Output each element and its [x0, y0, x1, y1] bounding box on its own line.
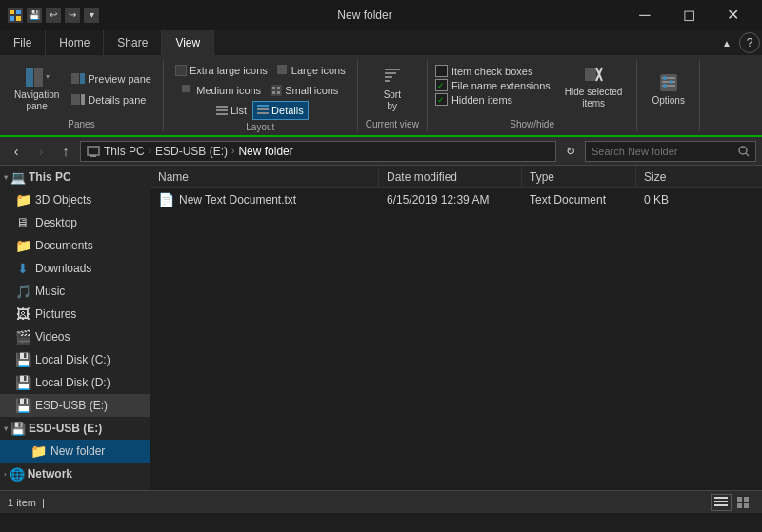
redo-quick-icon[interactable]: ↪	[65, 8, 80, 23]
sidebar-item-desktop[interactable]: 🖥 Desktop	[0, 211, 150, 234]
svg-point-37	[670, 80, 673, 84]
preview-pane-icon	[71, 73, 85, 85]
svg-rect-1	[16, 10, 21, 14]
svg-rect-2	[10, 16, 14, 21]
svg-rect-12	[277, 65, 287, 74]
help-button[interactable]: ?	[739, 32, 760, 53]
locald-icon: 💾	[15, 375, 30, 390]
sidebar-item-videos[interactable]: 🎬 Videos	[0, 325, 150, 348]
col-type[interactable]: Type	[522, 166, 636, 187]
sidebar-section-thispc[interactable]: ▾ 💻 This PC	[0, 166, 150, 188]
col-date[interactable]: Date modified	[379, 166, 522, 187]
address-path[interactable]: This PC › ESD-USB (E:) › New folder	[80, 141, 556, 162]
show-hide-items: Item check boxes ✓ File name extensions …	[435, 61, 630, 117]
hidden-items-label: Hidden items	[451, 94, 512, 106]
sidebar-item-downloads[interactable]: ⬇ Downloads	[0, 257, 150, 280]
hidden-items-option[interactable]: ✓ Hidden items	[435, 93, 551, 106]
sidebar-item-newfolder[interactable]: 📁 New folder	[0, 440, 150, 463]
tab-share[interactable]: Share	[104, 30, 162, 55]
svg-rect-47	[744, 497, 749, 502]
details-icon	[257, 105, 269, 116]
undo-quick-icon[interactable]: ↩	[46, 8, 61, 23]
pane-sub-buttons: Preview pane Details pane	[68, 69, 155, 109]
svg-rect-21	[216, 113, 228, 115]
path-newfolder[interactable]: New folder	[238, 145, 292, 158]
svg-rect-7	[80, 73, 85, 84]
sidebar-item-documents[interactable]: 📁 Documents	[0, 234, 150, 257]
layout-items: Extra large icons Large icons Medium ico…	[171, 61, 350, 120]
details-button[interactable]: Details	[252, 101, 309, 120]
forward-button[interactable]: ›	[30, 141, 51, 162]
search-icon	[738, 146, 750, 157]
customize-quick-access[interactable]: ▾	[84, 8, 99, 23]
panes-items: ▾ Navigation pane Preview pane	[8, 61, 155, 117]
search-box[interactable]	[585, 141, 756, 162]
options-items: Options	[645, 61, 691, 117]
back-button[interactable]: ‹	[6, 141, 27, 162]
file-name-extensions-option[interactable]: ✓ File name extensions	[435, 79, 551, 91]
details-view-button[interactable]	[711, 494, 732, 511]
sidebar-item-localc[interactable]: 💾 Local Disk (C:)	[0, 348, 150, 371]
navigation-pane-button[interactable]: ▾ Navigation pane	[8, 64, 66, 115]
svg-rect-25	[385, 69, 400, 70]
sidebar-section-network[interactable]: › 🌐 Network	[0, 463, 150, 485]
hidden-items-checkbox[interactable]: ✓	[435, 93, 448, 106]
sidebar-item-pictures[interactable]: 🖼 Pictures	[0, 303, 150, 325]
esdusbe-expand-icon: ▾	[4, 424, 8, 433]
details-pane-button[interactable]: Details pane	[68, 90, 155, 109]
svg-rect-13	[182, 85, 190, 92]
current-view-group: Sort by Current view	[358, 59, 428, 131]
up-button[interactable]: ↑	[55, 141, 76, 162]
sidebar: ▾ 💻 This PC 📁 3D Objects 🖥 Desktop 📁 Doc…	[0, 166, 150, 490]
sidebar-section-esdusbe[interactable]: ▾ 💾 ESD-USB (E:)	[0, 417, 150, 440]
sidebar-item-music[interactable]: 🎵 Music	[0, 280, 150, 303]
svg-rect-19	[216, 106, 228, 108]
svg-rect-43	[714, 497, 728, 499]
path-thispc[interactable]: This PC	[104, 145, 145, 158]
table-row[interactable]: 📄 New Text Document.txt 6/15/2019 12:39 …	[150, 188, 762, 211]
maximize-button[interactable]: ◻	[667, 0, 711, 30]
sort-by-button[interactable]: Sort by	[373, 64, 411, 115]
sidebar-item-3dobjects[interactable]: 📁 3D Objects	[0, 188, 150, 211]
path-esb[interactable]: ESD-USB (E:)	[155, 145, 228, 158]
save-quick-icon[interactable]: 💾	[27, 8, 42, 23]
item-checkboxes-checkbox[interactable]	[435, 65, 448, 77]
layout-row-3: List Details	[212, 101, 309, 120]
hide-selected-button[interactable]: Hide selected items	[558, 61, 630, 112]
list-button[interactable]: List	[212, 101, 251, 120]
close-button[interactable]: ✕	[711, 0, 754, 30]
svg-rect-20	[216, 109, 228, 111]
tab-file[interactable]: File	[0, 30, 46, 55]
ribbon-collapse-button[interactable]: ▲	[716, 32, 737, 53]
svg-rect-26	[385, 72, 396, 74]
3dobjects-icon: 📁	[15, 192, 30, 207]
col-name[interactable]: Name	[150, 166, 379, 187]
search-input[interactable]	[592, 146, 734, 157]
file-list: 📄 New Text Document.txt 6/15/2019 12:39 …	[150, 188, 762, 490]
large-icons-button[interactable]: Large icons	[273, 61, 350, 80]
minimize-button[interactable]: ─	[623, 0, 667, 30]
col-size[interactable]: Size	[636, 166, 712, 187]
esdusbe-section-label: ESD-USB (E:)	[29, 422, 102, 435]
large-icons-view-button[interactable]	[733, 494, 754, 511]
svg-point-38	[663, 84, 667, 88]
tab-home[interactable]: Home	[46, 30, 104, 55]
nav-pane-dropdown: ▾	[46, 72, 50, 81]
options-button[interactable]: Options	[645, 64, 691, 115]
file-name-extensions-checkbox[interactable]: ✓	[435, 79, 448, 91]
sidebar-item-esdusb[interactable]: 💾 ESD-USB (E:)	[0, 394, 150, 417]
small-icons-button[interactable]: Small icons	[267, 81, 342, 100]
options-icon	[658, 72, 679, 93]
extra-large-icons-button[interactable]: Extra large icons	[171, 61, 271, 80]
tab-view[interactable]: View	[162, 30, 214, 57]
svg-rect-45	[714, 504, 728, 506]
sidebar-item-locald[interactable]: 💾 Local Disk (D:)	[0, 371, 150, 394]
item-checkboxes-option[interactable]: Item check boxes	[435, 65, 551, 77]
medium-icons-button[interactable]: Medium icons	[178, 81, 265, 100]
svg-rect-17	[272, 91, 275, 94]
preview-pane-button[interactable]: Preview pane	[68, 69, 155, 89]
refresh-button[interactable]: ↻	[560, 141, 581, 162]
file-area: Name Date modified Type Size 📄 New Text …	[150, 166, 762, 490]
path-sep-1: ›	[149, 146, 151, 156]
current-view-group-label: Current view	[366, 119, 419, 129]
